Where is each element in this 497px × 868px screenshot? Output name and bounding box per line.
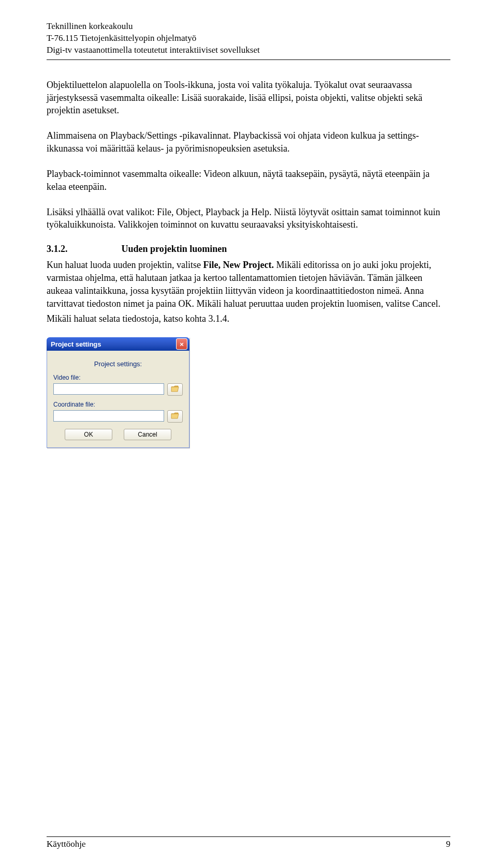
close-icon: × [180, 341, 184, 348]
header-rule [47, 59, 450, 60]
video-file-browse-button[interactable] [167, 383, 183, 396]
coordinate-file-row [53, 410, 183, 423]
header-line-1: Teknillinen korkeakoulu [47, 21, 450, 33]
cancel-button[interactable]: Cancel [124, 429, 171, 440]
folder-icon [171, 412, 179, 421]
footer-rule [47, 836, 450, 837]
coordinate-file-label: Coordinate file: [53, 401, 183, 408]
video-file-label: Video file: [53, 374, 183, 381]
header-line-3: Digi-tv vastaanottimella toteutetut inte… [47, 44, 450, 56]
video-file-input[interactable] [53, 383, 164, 395]
close-button[interactable]: × [176, 338, 187, 350]
folder-icon [171, 385, 179, 394]
coordinate-file-input[interactable] [53, 410, 164, 422]
section-title: Uuden projektin luominen [122, 244, 227, 254]
dialog-heading: Project settings: [53, 360, 183, 368]
section-heading: 3.1.2. Uuden projektin luominen [47, 244, 450, 255]
body-paragraph-3: Playback-toiminnot vasemmalta oikealle: … [47, 168, 450, 193]
body-paragraph-1: Objektiluettelon alapuolella on Tools-ik… [47, 79, 450, 117]
section-body-line2: Mikäli haluat selata tiedostoja, katso k… [47, 312, 450, 325]
ok-button[interactable]: OK [65, 429, 112, 440]
section-body-pre: Kun haluat luoda uuden projektin, valits… [47, 260, 203, 270]
running-header: Teknillinen korkeakoulu T-76.115 Tietoje… [47, 21, 450, 56]
body-paragraph-2: Alimmaisena on Playback/Settings -pikava… [47, 129, 450, 155]
body-paragraph-4: Lisäksi ylhäällä ovat valikot: File, Obj… [47, 206, 450, 232]
section-body: Kun haluat luoda uuden projektin, valits… [47, 259, 450, 310]
footer-row: Käyttöohje 9 [47, 839, 450, 849]
dialog-titlebar[interactable]: Project settings × [47, 337, 189, 351]
dialog-button-row: OK Cancel [53, 429, 183, 440]
section-number: 3.1.2. [47, 244, 119, 255]
footer-left: Käyttöohje [47, 839, 86, 849]
page-number: 9 [446, 839, 451, 849]
video-file-row [53, 383, 183, 396]
dialog-body: Project settings: Video file: Coordinate… [47, 351, 189, 448]
page: Teknillinen korkeakoulu T-76.115 Tietoje… [0, 0, 497, 868]
dialog-title: Project settings [51, 340, 176, 348]
coordinate-file-browse-button[interactable] [167, 410, 183, 423]
project-settings-dialog: Project settings × Project settings: Vid… [47, 337, 189, 448]
header-line-2: T-76.115 Tietojenkäsittelyopin ohjelmaty… [47, 33, 450, 44]
page-footer: Käyttöohje 9 [47, 836, 450, 849]
section-body-bold: File, New Project. [203, 260, 274, 270]
